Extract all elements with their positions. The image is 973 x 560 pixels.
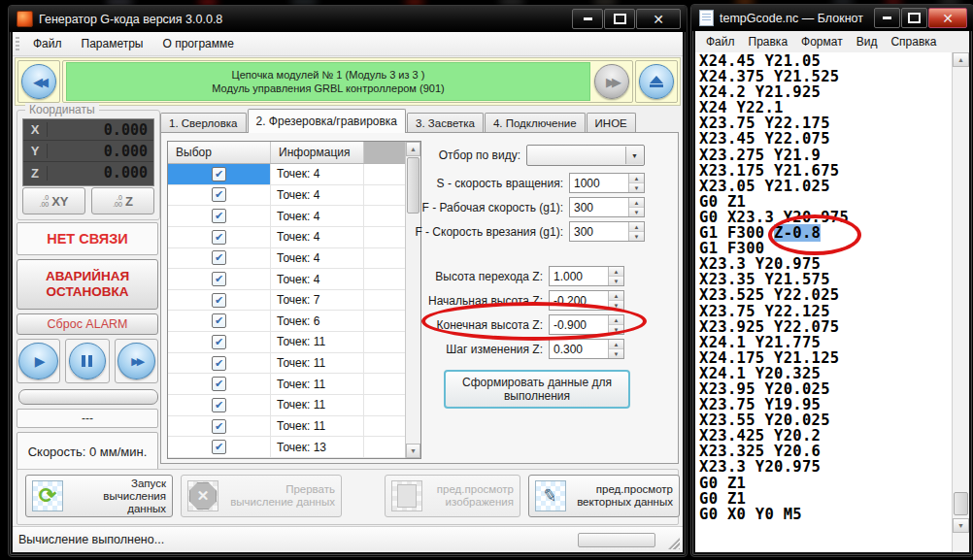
np-menu-item-2[interactable]: Формат xyxy=(794,33,850,50)
eject-button[interactable] xyxy=(639,64,674,99)
speed-field-0-field[interactable]: 1000▲▼ xyxy=(569,173,645,193)
spinner-up-icon[interactable]: ▲ xyxy=(609,291,623,301)
np-scroll-up-icon[interactable]: ▲ xyxy=(953,52,969,67)
close-icon[interactable]: ✕ xyxy=(636,9,681,29)
row-checkbox-cell[interactable]: ✔ xyxy=(168,206,271,226)
table-row[interactable]: ✔Точек: 11 xyxy=(168,416,405,438)
checkbox-icon[interactable]: ✔ xyxy=(212,293,226,308)
np-minimize-icon[interactable] xyxy=(874,8,900,28)
row-checkbox-cell[interactable]: ✔ xyxy=(168,437,271,457)
checkbox-icon[interactable]: ✔ xyxy=(212,398,226,412)
scroll-down-icon[interactable]: ▼ xyxy=(406,444,420,458)
table-row[interactable]: ✔Точек: 4 xyxy=(168,248,405,270)
np-maximize-icon[interactable] xyxy=(901,8,927,28)
checkbox-icon[interactable]: ✔ xyxy=(212,419,226,434)
np-close-icon[interactable]: ✕ xyxy=(928,8,967,28)
row-checkbox-cell[interactable]: ✔ xyxy=(168,353,271,374)
spinner-up-icon[interactable]: ▲ xyxy=(609,340,623,349)
prev-module-button[interactable]: ◀◀ xyxy=(21,64,56,99)
col-header-info[interactable]: Информация xyxy=(271,142,364,163)
minimize-icon[interactable] xyxy=(572,9,603,29)
spinner-down-icon[interactable]: ▼ xyxy=(629,208,644,216)
spinner-down-icon[interactable]: ▼ xyxy=(609,277,623,285)
maximize-icon[interactable] xyxy=(604,9,635,29)
row-checkbox-cell[interactable]: ✔ xyxy=(168,164,271,184)
zero-z-button[interactable]: .0.00Z xyxy=(91,187,154,214)
checkbox-icon[interactable]: ✔ xyxy=(212,377,226,391)
checkbox-icon[interactable]: ✔ xyxy=(212,356,226,371)
zero-xy-button[interactable]: .0.00XY xyxy=(22,187,85,214)
checkbox-icon[interactable]: ✔ xyxy=(212,250,226,265)
toolbar-grip[interactable] xyxy=(16,37,19,50)
spinner-up-icon[interactable]: ▲ xyxy=(629,174,644,183)
tab-3[interactable]: 3. Засветка xyxy=(407,113,484,133)
spinner-down-icon[interactable]: ▼ xyxy=(629,183,644,192)
speed-field-1-field[interactable]: 300▲▼ xyxy=(569,197,645,217)
table-row[interactable]: ✔Точек: 11 xyxy=(168,353,405,375)
spinner[interactable]: ▲▼ xyxy=(628,174,644,192)
speed-field-2-field[interactable]: 300▲▼ xyxy=(569,221,645,242)
row-checkbox-cell[interactable]: ✔ xyxy=(168,269,271,289)
spinner-up-icon[interactable]: ▲ xyxy=(609,267,623,277)
tab-1[interactable]: 1. Сверловка xyxy=(160,113,247,133)
gcode-text-area[interactable]: X24.45 Y21.05X24.375 Y21.525X24.2 Y21.92… xyxy=(695,52,953,552)
np-menu-item-0[interactable]: Файл xyxy=(699,33,742,50)
z-field-1-field[interactable]: -0.200▲▼ xyxy=(549,290,624,311)
z-field-3-field[interactable]: 0.300▲▼ xyxy=(549,339,624,359)
row-checkbox-cell[interactable]: ✔ xyxy=(168,290,271,311)
spinner-up-icon[interactable]: ▲ xyxy=(629,198,644,208)
spinner[interactable]: ▲▼ xyxy=(628,198,644,216)
row-checkbox-cell[interactable]: ✔ xyxy=(168,395,271,415)
spinner-up-icon[interactable]: ▲ xyxy=(609,315,623,325)
z-field-0-field[interactable]: 1.000▲▼ xyxy=(549,266,624,286)
generate-data-button[interactable]: Сформировать данные для выполнения xyxy=(444,370,630,409)
chevron-down-icon[interactable]: ▼ xyxy=(625,147,643,164)
checkbox-icon[interactable]: ✔ xyxy=(212,335,226,349)
spinner-down-icon[interactable]: ▼ xyxy=(609,349,623,358)
play-button[interactable]: ▶ xyxy=(17,339,60,383)
tab-4[interactable]: 4. Подключение xyxy=(485,113,586,133)
np-scroll-down-icon[interactable]: ▼ xyxy=(953,518,969,533)
menu-item-2[interactable]: О программе xyxy=(152,34,243,53)
row-checkbox-cell[interactable]: ✔ xyxy=(168,248,271,269)
row-checkbox-cell[interactable]: ✔ xyxy=(168,416,271,437)
z-field-2-field[interactable]: -0.900▲▼ xyxy=(549,314,624,335)
spinner[interactable]: ▲▼ xyxy=(628,222,644,241)
checkbox-icon[interactable]: ✔ xyxy=(212,272,226,286)
checkbox-icon[interactable]: ✔ xyxy=(212,209,226,223)
fast-forward-button[interactable]: ▶▶ xyxy=(115,339,158,383)
spinner[interactable]: ▲▼ xyxy=(608,315,623,334)
filter-combobox[interactable]: ▼ xyxy=(526,145,645,166)
table-row[interactable]: ✔Точек: 11 xyxy=(168,374,405,395)
emergency-stop-button[interactable]: АВАРИЙНАЯ ОСТАНОВКА xyxy=(17,259,158,310)
spinner[interactable]: ▲▼ xyxy=(608,291,623,310)
np-menu-item-4[interactable]: Справка xyxy=(884,33,943,50)
checkbox-icon[interactable]: ✔ xyxy=(212,230,226,245)
spinner-up-icon[interactable]: ▲ xyxy=(629,222,644,232)
spinner[interactable]: ▲▼ xyxy=(608,267,623,285)
checkbox-icon[interactable]: ✔ xyxy=(212,440,226,454)
row-checkbox-cell[interactable]: ✔ xyxy=(168,332,271,352)
pause-button[interactable] xyxy=(65,339,109,383)
row-checkbox-cell[interactable]: ✔ xyxy=(168,185,271,206)
notepad-scroll-thumb[interactable] xyxy=(954,492,968,515)
action-button-0[interactable]: ⟳Запуск вычисления данных xyxy=(25,475,173,517)
table-row[interactable]: ✔Точек: 11 xyxy=(168,395,405,416)
checkbox-icon[interactable]: ✔ xyxy=(212,187,226,202)
menu-item-1[interactable]: Параметры xyxy=(72,34,153,53)
col-header-select[interactable]: Выбор xyxy=(168,142,271,163)
resize-grip[interactable] xyxy=(668,538,680,549)
tab-5[interactable]: ИНОЕ xyxy=(587,113,636,133)
checkbox-icon[interactable]: ✔ xyxy=(212,167,226,181)
spinner-down-icon[interactable]: ▼ xyxy=(609,325,623,334)
tab-2[interactable]: 2. Фрезеровка/гравировка xyxy=(248,109,407,133)
np-menu-item-3[interactable]: Вид xyxy=(850,33,885,50)
checkbox-icon[interactable]: ✔ xyxy=(212,313,226,328)
reset-alarm-button[interactable]: Сброс ALARM xyxy=(17,313,158,335)
row-checkbox-cell[interactable]: ✔ xyxy=(168,311,271,331)
menu-item-0[interactable]: Файл xyxy=(23,34,72,53)
action-button-3[interactable]: ✎пред.просмотр векторных данных xyxy=(528,475,680,517)
spinner[interactable]: ▲▼ xyxy=(608,340,623,358)
np-menu-item-1[interactable]: Правка xyxy=(742,33,795,50)
notepad-scrollbar[interactable]: ▲ ▼ xyxy=(952,52,969,552)
